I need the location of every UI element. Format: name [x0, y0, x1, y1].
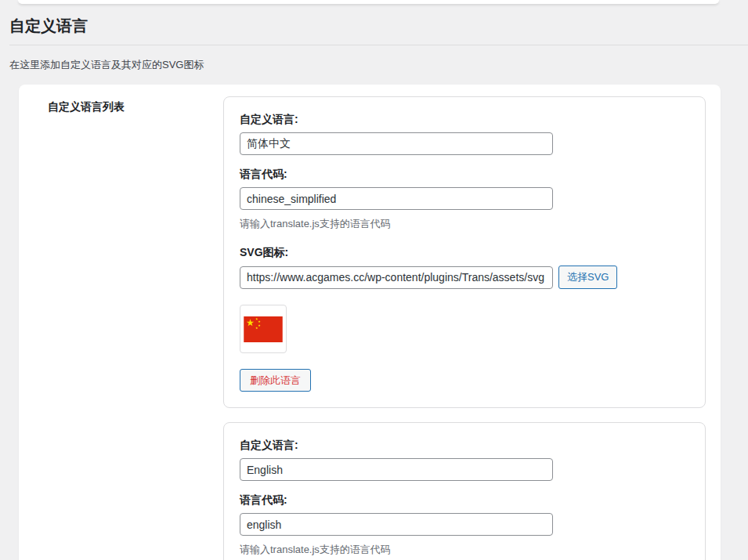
- language-name-label: 自定义语言:: [240, 113, 689, 127]
- language-code-label: 语言代码:: [240, 493, 689, 508]
- language-code-label: 语言代码:: [240, 168, 689, 182]
- svg-url-row: 选择SVG: [240, 266, 689, 289]
- language-name-input[interactable]: [240, 458, 553, 481]
- svg-icon-label: SVG图标:: [240, 246, 689, 260]
- delete-language-button[interactable]: 删除此语言: [240, 369, 311, 392]
- language-code-input[interactable]: [240, 513, 553, 536]
- language-card-english: 自定义语言: 语言代码: 请输入translate.js支持的语言代码: [223, 422, 706, 560]
- china-flag-icon: [244, 316, 283, 342]
- page-title: 自定义语言: [9, 16, 748, 36]
- language-code-help: 请输入translate.js支持的语言代码: [240, 217, 689, 231]
- language-name-input[interactable]: [240, 132, 553, 155]
- language-card-chinese: 自定义语言: 语言代码: 请输入translate.js支持的语言代码 SVG图…: [223, 96, 706, 408]
- previous-card-bottom-edge: [18, 0, 719, 4]
- language-code-help: 请输入translate.js支持的语言代码: [240, 543, 689, 557]
- custom-language-settings-card: 自定义语言列表 自定义语言: 语言代码: 请输入translate.js支持的语…: [19, 85, 721, 560]
- page-description: 在这里添加自定义语言及其对应的SVG图标: [9, 58, 748, 72]
- svg-icon-preview: [240, 305, 287, 353]
- select-svg-button[interactable]: 选择SVG: [558, 266, 617, 289]
- language-name-label: 自定义语言:: [240, 439, 689, 453]
- language-list-label: 自定义语言列表: [34, 96, 223, 560]
- language-list: 自定义语言: 语言代码: 请输入translate.js支持的语言代码 SVG图…: [223, 96, 706, 560]
- svg-url-input[interactable]: [240, 266, 553, 289]
- language-code-input[interactable]: [240, 187, 553, 210]
- title-divider: [9, 45, 748, 45]
